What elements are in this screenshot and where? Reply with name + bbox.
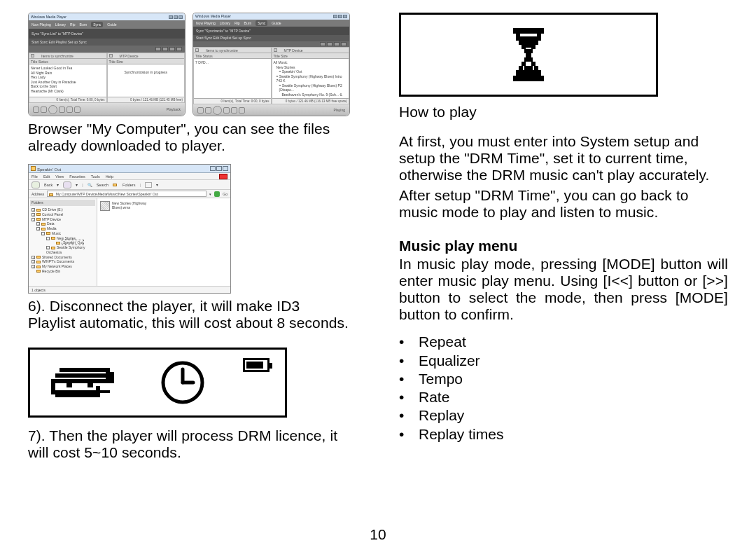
menu-item-tempo: Tempo (419, 370, 728, 388)
battery-icon (243, 358, 270, 372)
explorer-folder-tree: +CD Drive (E:)+Control Panel-MTP Device+… (30, 207, 95, 274)
svg-rect-7 (66, 382, 72, 387)
svg-rect-10 (100, 390, 110, 393)
wmp1-subtitle: Sync "Sync List" to "MTP Device" (31, 32, 83, 36)
svg-rect-16 (513, 76, 544, 81)
clock-icon (160, 359, 206, 406)
wmp-screenshot-1: Windows Media Player Now PlayingLibraryR… (28, 13, 186, 116)
back-button-icon (31, 181, 40, 188)
wmp-screenshot-2: Windows Media Player Now PlayingLibraryR… (192, 13, 350, 116)
svg-rect-9 (55, 394, 100, 397)
para-drm-after: After setup "DRM Time", you can go back … (399, 187, 728, 221)
heading-music-play-menu: Music play menu (399, 238, 728, 254)
svg-rect-27 (531, 62, 536, 66)
svg-rect-31 (537, 70, 541, 76)
svg-rect-29 (534, 66, 538, 70)
menu-item-replay-times: Replay times (419, 425, 728, 444)
menu-item-equalizer: Equalizer (419, 352, 728, 370)
svg-rect-35 (524, 66, 533, 70)
explorer-address: My Computer\MTP Device\Media\Music\New S… (56, 192, 158, 196)
cassette-icon (46, 358, 122, 407)
svg-rect-32 (520, 36, 537, 43)
para-step7: 7). Then the player will process DRM lic… (28, 427, 350, 461)
para-drm-setup: At first, you must enter into System set… (399, 133, 728, 184)
para-browser-mycomputer: Browser "My Computer", you can see the f… (28, 121, 350, 154)
svg-rect-25 (524, 57, 533, 62)
svg-rect-26 (522, 62, 526, 66)
para-step6: 6). Disconnect the player, it will make … (28, 298, 350, 331)
svg-rect-28 (519, 66, 523, 70)
svg-rect-17 (516, 34, 520, 41)
file-icon (100, 201, 110, 211)
wmp1-tabs: Now PlayingLibraryRipBurnSyncGuide (29, 20, 185, 29)
para-music-play-menu: In music play mode, pressing [MODE] butt… (399, 256, 728, 324)
menu-item-repeat: Repeat (419, 333, 728, 351)
music-play-menu-list: Repeat Equalizer Tempo Rate Replay Repla… (399, 333, 728, 444)
hourglass-icon (509, 27, 548, 83)
wmp1-title: Windows Media Player (31, 15, 66, 19)
windows-flag-icon (219, 174, 227, 179)
forward-button-icon (63, 181, 71, 188)
svg-rect-11 (110, 372, 114, 383)
menu-item-rate: Rate (419, 388, 728, 406)
svg-rect-6 (59, 368, 110, 372)
lcd-display-1 (28, 348, 287, 418)
svg-rect-8 (88, 382, 93, 387)
page-number: 10 (0, 526, 756, 543)
svg-rect-24 (526, 53, 531, 57)
left-column: Windows Media Player Now PlayingLibraryR… (28, 13, 350, 543)
svg-rect-5 (55, 373, 110, 378)
svg-rect-3 (51, 390, 100, 394)
svg-rect-23 (524, 49, 533, 53)
explorer-screenshot: Speakin' Out FileEditViewFavoritesToolsH… (28, 164, 231, 294)
svg-rect-18 (537, 34, 541, 41)
svg-rect-33 (523, 43, 534, 48)
lcd-display-2 (399, 13, 658, 97)
explorer-title: Speakin' Out (37, 167, 61, 172)
svg-rect-15 (513, 28, 544, 34)
svg-rect-34 (520, 70, 537, 76)
svg-rect-4 (96, 386, 100, 394)
para-howto-heading: How to play (399, 104, 728, 121)
right-column: How to play At first, you must enter int… (399, 13, 728, 543)
svg-rect-30 (516, 70, 520, 76)
menu-item-replay: Replay (419, 406, 728, 425)
svg-rect-0 (51, 379, 110, 383)
wmp-screenshots-row: Windows Media Player Now PlayingLibraryR… (28, 13, 350, 116)
